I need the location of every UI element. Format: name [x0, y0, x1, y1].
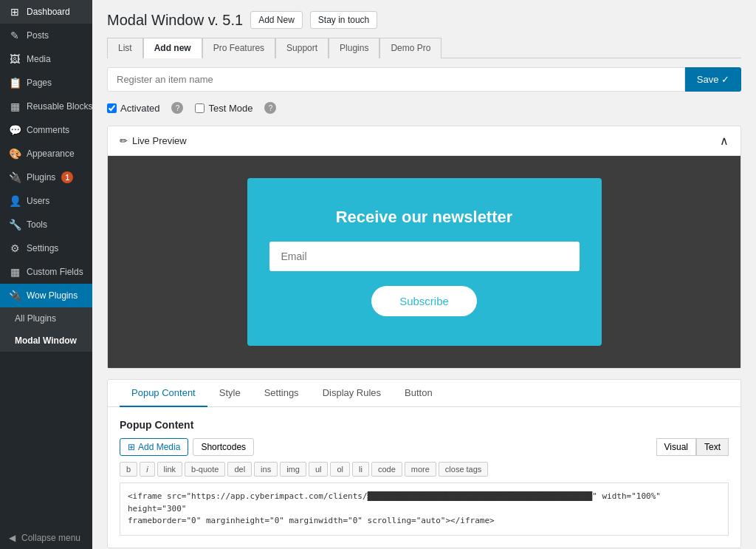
text-button[interactable]: Text: [696, 438, 729, 456]
fmt-img[interactable]: img: [280, 462, 306, 477]
live-preview-header: ✏ Live Preview ∧: [108, 126, 740, 156]
collapse-preview-icon[interactable]: ∧: [720, 134, 729, 148]
bottom-section: Popup Content Style Settings Display Rul…: [107, 379, 741, 548]
tabs-row: List Add new Pro Features Support Plugin…: [107, 38, 741, 58]
register-input[interactable]: [107, 67, 685, 92]
code-area[interactable]: <iframe src="https://app.cyberimpact.com…: [120, 482, 729, 536]
bottom-tab-button[interactable]: Button: [393, 380, 444, 407]
fmt-code[interactable]: code: [371, 462, 402, 477]
live-preview-body: Receive our newsletter Subscribe: [108, 156, 740, 368]
custom-fields-icon: ▦: [9, 266, 21, 278]
sidebar-item-settings[interactable]: ⚙ Settings: [0, 236, 92, 260]
bottom-tabs: Popup Content Style Settings Display Rul…: [108, 380, 740, 407]
sidebar-item-posts[interactable]: ✎ Posts: [0, 24, 92, 47]
format-buttons-row: b i link b-quote del ins img ul ol li co…: [120, 462, 729, 477]
tab-support[interactable]: Support: [275, 38, 329, 58]
register-row: Save ✓: [107, 67, 741, 92]
fmt-bold[interactable]: b: [120, 462, 137, 477]
collapse-menu[interactable]: ◀ Collapse menu: [0, 527, 92, 549]
add-media-icon: ⊞: [128, 442, 135, 452]
bottom-tab-display-rules[interactable]: Display Rules: [311, 380, 393, 407]
popup-email-input[interactable]: [269, 242, 580, 271]
sidebar-item-appearance[interactable]: 🎨 Appearance: [0, 142, 92, 166]
fmt-italic[interactable]: i: [140, 462, 154, 477]
tab-demo-pro[interactable]: Demo Pro: [379, 38, 441, 58]
activated-info-icon[interactable]: ?: [171, 102, 183, 114]
stay-in-touch-button[interactable]: Stay in touch: [310, 11, 377, 29]
bottom-tab-settings[interactable]: Settings: [252, 380, 311, 407]
sidebar-item-plugins[interactable]: 🔌 Plugins 1: [0, 166, 92, 189]
reusable-blocks-icon: ▦: [9, 100, 21, 112]
settings-icon: ⚙: [9, 242, 21, 254]
users-icon: 👤: [9, 195, 21, 207]
test-mode-check[interactable]: Test Mode: [195, 103, 252, 114]
wow-plugins-icon: 🔌: [9, 290, 21, 301]
sidebar-submenu: All Plugins Modal Window: [0, 307, 92, 352]
fmt-li[interactable]: li: [352, 462, 369, 477]
sidebar-item-custom-fields[interactable]: ▦ Custom Fields: [0, 260, 92, 284]
collapse-icon: ◀: [9, 533, 16, 543]
tab-list[interactable]: List: [107, 38, 143, 58]
bottom-tab-style[interactable]: Style: [207, 380, 252, 407]
page-header: Modal Window v. 5.1 Add New Stay in touc…: [107, 11, 741, 29]
save-button[interactable]: Save ✓: [685, 67, 741, 92]
media-icon: 🖼: [9, 53, 21, 65]
fmt-ins[interactable]: ins: [254, 462, 278, 477]
plugins-icon: 🔌: [9, 171, 21, 183]
sidebar-item-wow-plugins[interactable]: 🔌 Wow Plugins: [0, 284, 92, 307]
fmt-ol[interactable]: ol: [330, 462, 350, 477]
bottom-tab-popup-content[interactable]: Popup Content: [120, 380, 207, 407]
fmt-ul[interactable]: ul: [309, 462, 329, 477]
fmt-bquote[interactable]: b-quote: [185, 462, 225, 477]
main-content: Modal Window v. 5.1 Add New Stay in touc…: [92, 0, 756, 549]
popup-newsletter-title: Receive our newsletter: [336, 208, 513, 227]
popup-subscribe-button[interactable]: Subscribe: [371, 286, 477, 316]
editor-toolbar: ⊞ Add Media Shortcodes Visual Text: [120, 438, 729, 456]
fmt-del[interactable]: del: [227, 462, 252, 477]
sidebar-item-tools[interactable]: 🔧 Tools: [0, 213, 92, 236]
test-mode-checkbox[interactable]: [195, 103, 205, 113]
pages-icon: 📋: [9, 77, 21, 89]
popup-box: Receive our newsletter Subscribe: [247, 178, 602, 346]
sidebar-item-dashboard[interactable]: ⊞ Dashboard: [0, 0, 92, 24]
tab-plugins[interactable]: Plugins: [329, 38, 379, 58]
sidebar-item-comments[interactable]: 💬 Comments: [0, 118, 92, 142]
add-media-button[interactable]: ⊞ Add Media: [120, 438, 188, 456]
sidebar: ⊞ Dashboard ✎ Posts 🖼 Media 📋 Pages ▦ Re…: [0, 0, 92, 549]
sidebar-item-users[interactable]: 👤 Users: [0, 189, 92, 213]
plugins-badge: 1: [61, 171, 73, 183]
tools-icon: 🔧: [9, 219, 21, 231]
posts-icon: ✎: [9, 30, 21, 41]
visual-text-row: Visual Text: [656, 438, 729, 456]
pencil-icon: ✏: [120, 135, 128, 146]
dashboard-icon: ⊞: [9, 6, 21, 18]
comments-icon: 💬: [9, 124, 21, 136]
sidebar-item-all-plugins[interactable]: All Plugins: [0, 307, 92, 330]
live-preview-container: ✏ Live Preview ∧ Receive our newsletter …: [107, 126, 741, 369]
add-new-button[interactable]: Add New: [250, 11, 303, 29]
tab-add-new[interactable]: Add new: [143, 38, 202, 58]
live-preview-title: Live Preview: [132, 135, 187, 146]
fmt-more[interactable]: more: [405, 462, 436, 477]
sidebar-item-pages[interactable]: 📋 Pages: [0, 71, 92, 95]
tab-pro-features[interactable]: Pro Features: [202, 38, 275, 58]
activated-checkbox[interactable]: [107, 103, 117, 113]
bottom-content: Popup Content ⊞ Add Media Shortcodes Vis…: [108, 407, 740, 548]
sidebar-item-reusable-blocks[interactable]: ▦ Reusable Blocks: [0, 95, 92, 118]
sidebar-item-media[interactable]: 🖼 Media: [0, 47, 92, 71]
visual-button[interactable]: Visual: [656, 438, 696, 456]
fmt-close-tags[interactable]: close tags: [439, 462, 489, 477]
fmt-link[interactable]: link: [157, 462, 183, 477]
appearance-icon: 🎨: [9, 148, 21, 160]
shortcodes-button[interactable]: Shortcodes: [193, 438, 254, 456]
checks-row: Activated ? Test Mode ?: [107, 102, 741, 114]
popup-content-label: Popup Content: [120, 419, 729, 431]
sidebar-item-modal-window[interactable]: Modal Window: [0, 330, 92, 352]
activated-check[interactable]: Activated: [107, 103, 159, 114]
page-title: Modal Window v. 5.1: [107, 12, 243, 29]
test-mode-info-icon[interactable]: ?: [264, 102, 276, 114]
